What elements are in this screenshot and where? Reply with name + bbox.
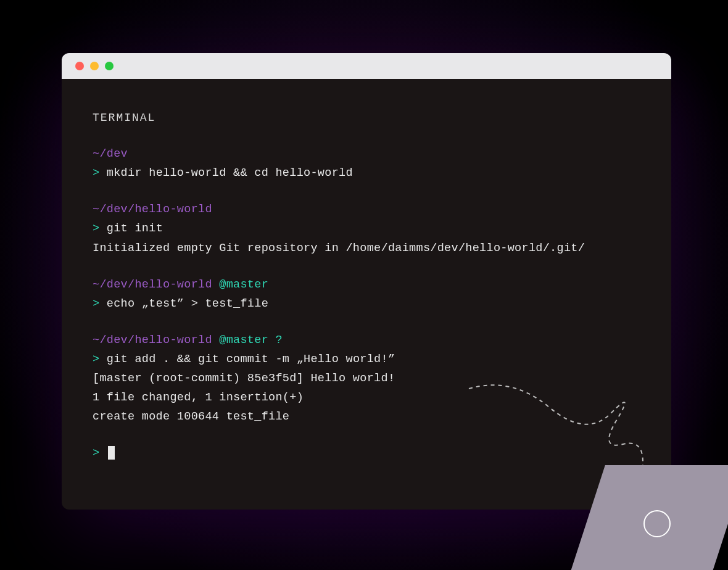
maximize-icon[interactable]: [105, 62, 114, 70]
command-output: create mode 100644 test_file: [93, 407, 640, 426]
minimize-icon[interactable]: [90, 62, 99, 70]
terminal-block: ~/dev/hello-world > git init Initialized…: [93, 200, 640, 257]
terminal-block: ~/dev > mkdir hello-world && cd hello-wo…: [93, 144, 640, 183]
terminal-block: ~/dev/hello-world @master ? > git add . …: [93, 331, 640, 426]
prompt-path: ~/dev/hello-world: [93, 203, 212, 216]
cursor-icon: [108, 446, 115, 460]
prompt-branch: @master ?: [219, 334, 283, 347]
active-prompt[interactable]: >: [93, 444, 640, 463]
command-text: git add . && git commit -m „Hello world!…: [107, 353, 395, 366]
command-text: git init: [107, 222, 163, 235]
circle-icon: [643, 510, 671, 537]
prompt-caret: >: [93, 222, 99, 235]
prompt-caret: >: [93, 353, 99, 366]
title-bar: [62, 53, 671, 79]
close-icon[interactable]: [75, 62, 84, 70]
prompt-caret: >: [93, 297, 99, 310]
prompt-path: ~/dev: [93, 147, 128, 160]
terminal-window: TERMINAL ~/dev > mkdir hello-world && cd…: [62, 53, 671, 510]
prompt-branch: @master: [219, 278, 268, 291]
command-text: mkdir hello-world && cd hello-world: [107, 167, 353, 180]
terminal-label: TERMINAL: [93, 109, 640, 127]
prompt-path: ~/dev/hello-world: [93, 278, 212, 291]
terminal-body[interactable]: TERMINAL ~/dev > mkdir hello-world && cd…: [62, 79, 671, 510]
prompt-caret: >: [93, 447, 99, 460]
command-text: echo „test” > test_file: [107, 297, 268, 310]
command-output: [master (root-commit) 85e3f5d] Hello wor…: [93, 369, 640, 388]
prompt-caret: >: [93, 167, 99, 180]
command-output: 1 file changed, 1 insertion(+): [93, 388, 640, 407]
terminal-block: ~/dev/hello-world @master > echo „test” …: [93, 275, 640, 313]
prompt-path: ~/dev/hello-world: [93, 334, 212, 347]
command-output: Initialized empty Git repository in /hom…: [93, 239, 640, 258]
